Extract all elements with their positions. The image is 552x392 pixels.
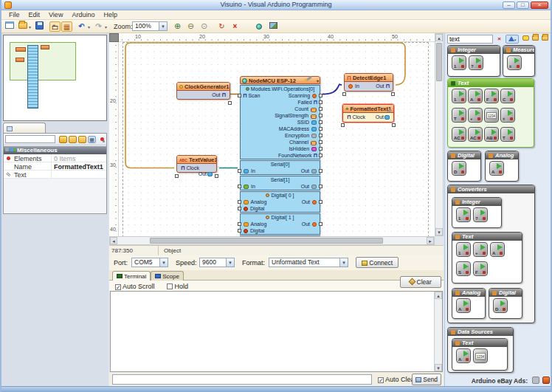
pin-digital[interactable] [238,229,241,233]
pin-count[interactable] [319,107,322,111]
port-select[interactable]: COM5▼ [131,258,168,267]
format-dropdown-arrow[interactable]: ▼ [339,258,348,267]
component-tile-text-10[interactable]: AB [484,127,499,142]
vertical-scrollbar[interactable]: ▲ ▼ [435,33,444,236]
component-tile-ds-text-0[interactable]: A [456,348,471,363]
menu-item-view[interactable]: View [44,10,67,19]
pin-out[interactable] [319,185,322,188]
open-project-button[interactable] [17,21,28,32]
toolbox-group-header-datasources[interactable]: Data Sources [448,328,513,336]
pin-scan[interactable] [238,94,241,97]
component-tile-text-0[interactable]: 1 [452,89,466,103]
component-tile-text-5[interactable]: + [468,108,483,123]
filter-icon[interactable] [59,136,67,143]
pin-icon[interactable] [98,136,106,143]
scroll-down-arrow[interactable]: ▼ [435,228,443,235]
toolbox-group-header-conv-integer[interactable]: Integer [452,198,501,206]
toggle-panel-left-button[interactable]: 🗀 [49,21,61,32]
component-tile-conv-text-4[interactable]: F [473,261,488,276]
menu-item-help[interactable]: Help [99,10,122,19]
component-tile-text-2[interactable]: F [484,89,499,103]
pin-ssid[interactable] [319,120,322,124]
overview-navigator[interactable] [3,35,107,121]
speed-dropdown-arrow[interactable]: ▼ [226,258,234,267]
toolbox-group-header-ds-text[interactable]: Text [452,339,507,347]
pin-out[interactable] [391,92,395,96]
properties-search-input[interactable] [5,135,55,143]
component-tile-text-11[interactable]: T [500,127,515,142]
block-textvalue1[interactable]: ABC TextValue1 ⊓ Clock Out [176,155,217,173]
toggle-grid-button[interactable]: ▦ [61,21,72,32]
pin-clock[interactable] [175,174,179,178]
pin-out[interactable] [228,101,232,105]
component-tile-text-9[interactable]: AC [468,127,483,142]
component-tile-text-8[interactable]: AC [452,127,466,142]
pin-macaddress[interactable] [319,127,322,131]
tab-terminal[interactable]: Terminal [112,271,151,281]
pin-out[interactable] [319,169,322,173]
minimize-button[interactable]: – [503,1,515,9]
tab-scope[interactable]: Scope [151,271,184,281]
pin-clock[interactable] [341,123,345,127]
filter-wizard-icon[interactable]: ▾ [506,35,519,44]
component-tile-conv-integer-1[interactable]: ? [473,207,488,222]
auto-scroll-checkbox[interactable]: ✓ [115,284,121,290]
menu-item-file[interactable]: File [4,10,24,19]
undo-button[interactable]: ↶ [76,21,87,32]
toolbox-group-header-integer[interactable]: Integer [448,46,500,54]
component-tile-measure-0[interactable]: ± [507,55,522,70]
zoom-reset-button[interactable]: ⊙ [199,21,210,32]
toolbox-group-header-analog[interactable]: Analog [486,151,518,159]
component-tile-text-3[interactable]: C [500,89,515,103]
block-formattedtext1[interactable]: + FormattedText1 ⊓ Clock Out [342,104,394,123]
block-detectedge1[interactable]: ⊓ DetectEdge1 In Out ⊓ [344,73,393,92]
component-tile-integer-0[interactable]: 1 [452,55,466,70]
canvas-sheet[interactable]: ClockGenerator1 Out ⊓ ABC TextValue1 ⊓ C… [119,42,435,236]
horizontal-scroll-thumb[interactable] [150,238,383,244]
zoom-out-button[interactable]: ⊖ [185,21,196,32]
folder-icon[interactable] [541,35,549,44]
terminal-scrollbar[interactable]: ▲ ▼ [434,292,442,371]
component-tile-digital-0[interactable]: D [452,161,466,176]
clear-button[interactable]: Clear [400,276,441,288]
menu-item-edit[interactable]: Edit [24,10,45,19]
pin-in[interactable] [342,92,346,96]
ads-stop-icon[interactable] [542,376,550,384]
toolbox-group-header-measure[interactable]: Measure... [503,46,534,54]
property-row-elements[interactable]: Elements0 Items [4,154,106,162]
tab-properties[interactable]: Properties [3,123,46,133]
terminal-output[interactable]: ▲ ▼ [110,291,443,372]
tools-icon[interactable]: ✕ [549,35,552,44]
terminal-scroll-up[interactable]: ▲ [435,292,442,299]
menu-item-arduino[interactable]: Arduino [67,10,99,19]
component-tile-text-1[interactable]: A [468,89,483,103]
component-tile-text-7[interactable]: ± [500,108,515,123]
block-nodemcu-esp12[interactable]: NodeMCU ESP-12 ▾ Modules.WiFi.Operations… [240,76,320,236]
pin-signalstrength[interactable] [319,114,322,117]
pin-scanning[interactable] [319,94,322,97]
zoom-in-button[interactable]: ⊕ [172,21,183,32]
clear-search-icon[interactable]: × [495,35,503,44]
property-row-text[interactable]: Text [4,171,106,179]
toolbox-group-header-converters[interactable]: Converters [448,185,534,193]
scroll-right-arrow[interactable]: ► [427,237,434,244]
pin-in[interactable] [238,169,241,173]
toolbox-group-header-conv-analog[interactable]: Analog [452,289,485,297]
component-tile-ds-text-1[interactable]: 1234 [473,348,488,363]
pin-analog[interactable] [238,200,241,204]
send-button[interactable]: Send [412,374,441,385]
port-dropdown-arrow[interactable]: ▼ [159,258,168,267]
scroll-left-arrow[interactable]: ◄ [110,237,117,244]
wrench-icon[interactable] [306,76,312,82]
component-tile-conv-integer-0[interactable]: 1 [456,207,471,222]
toolbox-group-header-digital[interactable]: Digital [448,151,480,159]
block-clockgenerator1[interactable]: ClockGenerator1 Out ⊓ [176,82,230,100]
pin-encryption[interactable] [319,134,322,137]
send-input[interactable] [112,374,372,385]
scroll-up-arrow[interactable]: ▲ [435,34,443,41]
close-button[interactable]: × [531,1,548,9]
vertical-scroll-thumb[interactable] [436,43,442,81]
pin-out[interactable] [392,123,396,127]
pin-digital[interactable] [238,207,241,210]
pin-out[interactable] [319,200,322,204]
